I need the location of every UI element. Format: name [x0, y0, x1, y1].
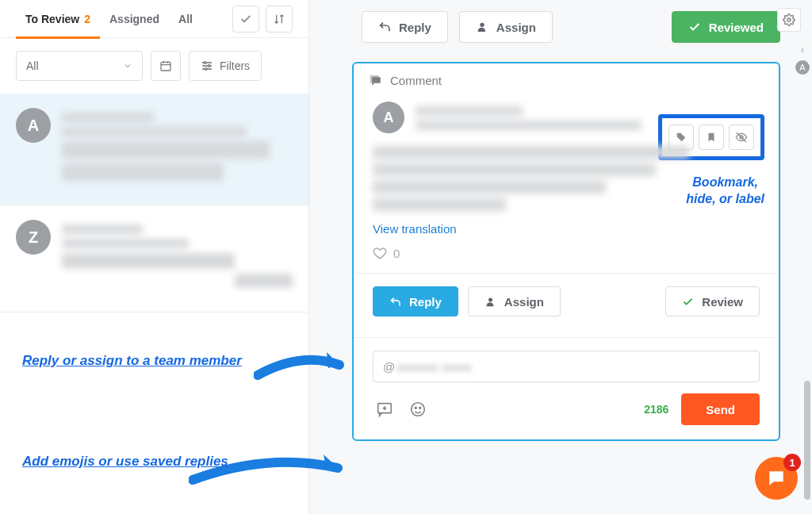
redacted-content [416, 102, 653, 135]
avatar: A [373, 102, 404, 133]
redacted-content [62, 108, 293, 186]
check-icon [239, 13, 252, 25]
chat-widget[interactable]: 1 [755, 457, 798, 500]
button-label: Review [702, 295, 743, 309]
right-rail: ‹ A [793, 44, 812, 75]
check-icon [682, 296, 694, 308]
check-toggle-button[interactable] [232, 6, 259, 33]
avatar: A [16, 108, 51, 143]
hide-button[interactable] [729, 125, 754, 150]
tab-label: To Review [25, 13, 79, 25]
user-icon [485, 296, 496, 308]
annotation-emoji-saved: Add emojis or use saved replies [22, 454, 228, 470]
emoji-button[interactable] [406, 397, 430, 421]
button-label: Reply [409, 295, 442, 309]
likes-count: 0 [393, 247, 400, 260]
tabs-row: To Review 2 Assigned All [0, 0, 308, 38]
mention-prefix: @ [383, 360, 395, 374]
bookmark-icon [706, 132, 717, 143]
avatar-small[interactable]: A [795, 60, 810, 75]
sliders-icon [201, 59, 213, 72]
likes-row: 0 [373, 236, 760, 260]
user-icon [476, 21, 488, 33]
eye-off-icon [735, 131, 748, 144]
filter-dropdown-all[interactable]: All [16, 51, 143, 81]
sort-icon [273, 13, 285, 25]
tab-all[interactable]: All [169, 0, 202, 38]
chat-plus-icon [376, 401, 393, 418]
svg-point-11 [419, 407, 421, 409]
redacted-content [62, 220, 293, 293]
filters-row: All Filters [0, 38, 308, 94]
svg-point-10 [415, 407, 416, 409]
send-button[interactable]: Send [681, 393, 760, 425]
chat-icon [766, 468, 787, 489]
settings-button[interactable] [777, 8, 801, 32]
reply-compose: @ xxxxxxx xxxxx 2186 Send [354, 337, 779, 439]
tag-icon [676, 132, 687, 143]
svg-rect-0 [161, 62, 170, 71]
view-translation-link[interactable]: View translation [373, 222, 457, 236]
svg-point-5 [480, 23, 484, 27]
comment-card: Comment Bookmark, hide, or label A [352, 62, 780, 441]
check-icon [688, 21, 701, 33]
reply-button[interactable]: Reply [362, 11, 448, 43]
gear-icon [783, 13, 795, 26]
calendar-icon [159, 59, 172, 72]
list-item[interactable]: Z [0, 205, 308, 313]
date-filter-button[interactable] [151, 51, 181, 81]
smile-icon [409, 401, 427, 418]
sort-button[interactable] [266, 6, 293, 33]
dropdown-label: All [26, 59, 39, 72]
reviewed-button[interactable]: Reviewed [672, 11, 780, 43]
avatar: Z [16, 220, 51, 255]
scrollbar[interactable] [804, 381, 810, 500]
card-header: Comment [354, 63, 779, 97]
chat-badge: 1 [783, 454, 801, 471]
heart-icon[interactable] [373, 246, 387, 260]
button-label: Reply [399, 21, 431, 34]
char-count: 2186 [644, 403, 668, 416]
review-button[interactable]: Review [665, 286, 760, 316]
reply-button-primary[interactable]: Reply [373, 286, 458, 316]
assign-button[interactable]: Assign [459, 11, 553, 43]
svg-point-9 [412, 403, 425, 416]
redacted-mention: xxxxxxx xxxxx [396, 360, 471, 374]
main-content: ‹ A Reply Assign Reviewed Comment [309, 0, 812, 514]
tab-assigned[interactable]: Assigned [100, 0, 169, 38]
reply-icon [378, 21, 391, 33]
list-item[interactable]: A [0, 94, 308, 205]
chevron-down-icon [123, 61, 132, 71]
button-label: Assign [496, 21, 536, 34]
saved-replies-button[interactable] [373, 397, 396, 421]
filters-label: Filters [220, 59, 250, 72]
top-action-bar: Reply Assign Reviewed [341, 0, 780, 62]
card-title: Comment [390, 74, 442, 87]
tab-to-review[interactable]: To Review 2 [16, 0, 100, 38]
redacted-content [373, 146, 706, 211]
svg-point-4 [787, 18, 791, 21]
tab-count: 2 [84, 13, 90, 25]
annotation-reply-assign: Reply or assign to a team member [22, 353, 242, 369]
button-label: Assign [504, 295, 544, 309]
annotation-arrow [254, 347, 349, 387]
svg-point-1 [204, 62, 206, 64]
comment-icon [368, 73, 382, 87]
assign-button-secondary[interactable]: Assign [468, 286, 561, 316]
reply-input[interactable]: @ xxxxxxx xxxxx [373, 351, 760, 382]
comment-actions: Reply Assign Review [373, 286, 760, 320]
reply-icon [389, 296, 401, 308]
sidebar: To Review 2 Assigned All All [0, 0, 309, 514]
svg-point-2 [208, 65, 210, 67]
svg-point-3 [205, 68, 207, 71]
filters-button[interactable]: Filters [189, 51, 262, 81]
button-label: Reviewed [709, 21, 764, 34]
svg-point-7 [488, 297, 492, 301]
chevron-left-icon[interactable]: ‹ [801, 44, 804, 56]
button-label: Send [706, 403, 735, 416]
reply-toolbar: 2186 Send [373, 393, 760, 425]
